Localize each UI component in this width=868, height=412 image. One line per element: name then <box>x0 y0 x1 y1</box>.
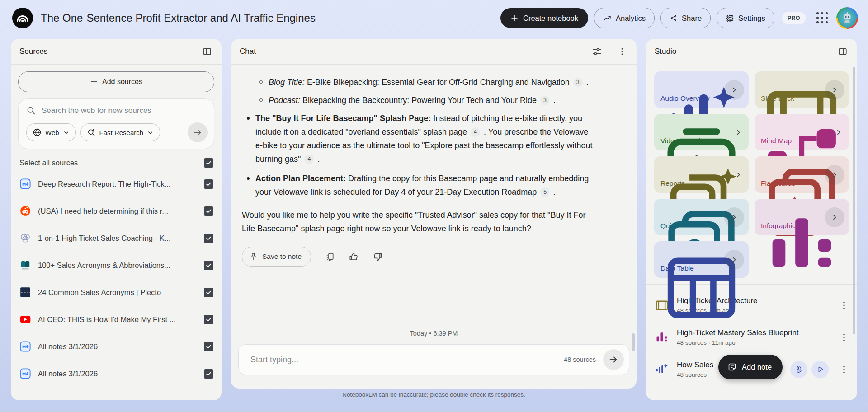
chevron-right-icon[interactable] <box>735 171 742 178</box>
artifact-more-menu-icon[interactable] <box>839 332 849 342</box>
source-row[interactable]: All notes 3/1/2026 <box>11 360 222 387</box>
google-apps-icon[interactable] <box>816 12 828 24</box>
studio-tile-quiz[interactable]: ?Quiz <box>654 199 749 235</box>
account-avatar[interactable] <box>836 7 858 29</box>
chat-text: Action Plan Placement: Drafting the copy… <box>255 172 598 199</box>
doc-icon <box>19 178 31 190</box>
artifact-more-menu-icon[interactable] <box>839 300 849 310</box>
chevron-right-icon[interactable] <box>724 207 744 227</box>
chevron-down-icon <box>63 129 70 136</box>
source-checkbox[interactable] <box>204 369 213 379</box>
web-search-card: Search the web for new sources Web Fast … <box>18 98 214 149</box>
copy-icon[interactable] <box>325 252 335 262</box>
chat-text-segment: . <box>551 96 556 105</box>
chat-input[interactable] <box>250 355 557 365</box>
source-row[interactable]: 100+ Sales Acronyms & Abbreviations... <box>11 252 222 279</box>
chevron-right-icon[interactable] <box>724 250 744 270</box>
collapse-panel-icon[interactable] <box>201 46 213 57</box>
web-filter-dropdown[interactable]: Web <box>26 123 76 141</box>
chevron-right-icon[interactable] <box>825 207 844 227</box>
chat-scrollbar[interactable] <box>632 333 635 351</box>
artifact-more-menu-icon[interactable] <box>839 365 849 375</box>
search-submit-button[interactable] <box>188 122 208 142</box>
save-to-note-button[interactable]: Save to note <box>242 247 311 267</box>
source-title: Deep Research Report: The High-Tick... <box>38 180 197 188</box>
chat-text-segment: . <box>315 154 320 164</box>
studio-tile-audio-overview[interactable]: Audio Overview <box>654 71 749 108</box>
research-mode-dropdown[interactable]: Fast Research <box>80 123 160 141</box>
chat-transcript: Blog Title: E-Bike Bikepacking: Essentia… <box>231 65 637 344</box>
citation-chip[interactable]: 3 <box>573 78 583 87</box>
sources-panel-title: Sources <box>19 47 47 56</box>
source-row[interactable]: (USA) I need help determining if this r.… <box>11 197 222 225</box>
studio-tile-infographic[interactable]: Infographic <box>755 199 849 235</box>
add-sources-button[interactable]: Add sources <box>18 71 214 92</box>
chevron-right-icon[interactable] <box>835 129 842 136</box>
select-all-checkbox[interactable] <box>204 158 213 168</box>
chat-more-menu-icon[interactable] <box>616 46 628 57</box>
note-icon <box>727 362 737 372</box>
chat-text-segment: Podcast: <box>269 96 300 105</box>
studio-tile-slide-deck[interactable]: Slide Deck <box>755 71 849 108</box>
notebooklm-logo-icon[interactable] <box>12 7 33 29</box>
save-to-note-label: Save to note <box>262 253 302 261</box>
top-bar: The One-Sentence Profit Extractor and AI… <box>0 0 868 36</box>
source-checkbox[interactable] <box>204 234 213 243</box>
chat-text-segment: . <box>551 187 556 197</box>
source-row[interactable]: PLECTO24 Common Sales Acronyms | Plecto <box>11 279 222 306</box>
chat-input-bar: 48 sources <box>238 344 629 375</box>
pin-icon <box>249 252 258 261</box>
chat-settings-icon[interactable] <box>591 46 603 57</box>
chat-bullet: The "Buy It For Life Basecamp" Splash Pa… <box>231 112 637 166</box>
source-row[interactable]: 1-on-1 High Ticket Sales Coaching - K... <box>11 225 222 252</box>
chat-timestamp: Today • 6:39 PM <box>231 330 637 344</box>
list-marker <box>247 117 250 120</box>
thumbs-down-icon[interactable] <box>373 252 383 262</box>
studio-tile-data-table[interactable]: Data Table <box>654 241 749 278</box>
studio-tile-reports[interactable]: Reports <box>654 156 749 193</box>
source-checkbox[interactable] <box>204 206 213 216</box>
svg-text:PLECTO: PLECTO <box>21 291 29 294</box>
source-checkbox[interactable] <box>204 179 213 189</box>
studio-tile-video-overview[interactable]: Video Overview <box>654 114 749 150</box>
add-note-button[interactable]: Add note <box>718 355 783 379</box>
chat-response-actions: Save to note <box>231 247 637 267</box>
plus-icon <box>90 78 98 86</box>
source-checkbox[interactable] <box>204 315 213 324</box>
source-checkbox[interactable] <box>204 261 213 270</box>
source-row[interactable]: Deep Research Report: The High-Tick... <box>11 170 222 197</box>
citation-chip[interactable]: 4 <box>471 127 480 137</box>
citation-chip[interactable]: 4 <box>304 154 314 164</box>
chevron-right-icon[interactable] <box>825 80 844 100</box>
chevron-right-icon[interactable] <box>724 80 744 100</box>
analytics-button[interactable]: Analytics <box>594 8 655 28</box>
source-checkbox[interactable] <box>204 342 213 351</box>
tile-label: Flashcards <box>761 179 795 187</box>
source-row[interactable]: AI CEO: THIS is How I'd Make My First ..… <box>11 306 222 333</box>
chat-text: Would you like me to help you write the … <box>242 208 598 235</box>
thumbs-up-icon[interactable] <box>349 252 359 262</box>
send-button[interactable] <box>603 349 624 370</box>
chat-text-segment: E-Bike Bikepacking: Essential Gear for O… <box>305 78 572 87</box>
chat-text-segment: . <box>584 78 589 87</box>
source-row[interactable]: All notes 3/1/2026 <box>11 333 222 360</box>
share-button[interactable]: Share <box>660 8 711 28</box>
citation-chip[interactable]: 5 <box>540 187 550 197</box>
collapse-panel-icon[interactable] <box>837 46 849 57</box>
studio-scrollbar[interactable] <box>853 67 855 334</box>
chevron-right-icon[interactable] <box>825 165 844 185</box>
settings-button[interactable]: Settings <box>717 8 774 28</box>
create-notebook-button[interactable]: Create notebook <box>500 8 588 28</box>
doc-icon <box>19 341 31 352</box>
play-button[interactable] <box>811 361 829 378</box>
studio-tile-flashcards[interactable]: Flashcards <box>755 156 849 193</box>
source-checkbox[interactable] <box>204 288 213 297</box>
citation-chip[interactable]: 3 <box>540 96 550 105</box>
chevron-right-icon[interactable] <box>735 129 742 136</box>
web-search-input[interactable]: Search the web for new sources <box>26 106 208 115</box>
studio-tile-mind-map[interactable]: Mind Map <box>755 114 849 150</box>
chat-text-segment: Blog Title: <box>269 78 305 87</box>
gear-icon <box>726 14 734 23</box>
interactive-mode-button[interactable] <box>790 361 807 378</box>
notebook-title[interactable]: The One-Sentence Profit Extractor and AI… <box>41 12 316 24</box>
